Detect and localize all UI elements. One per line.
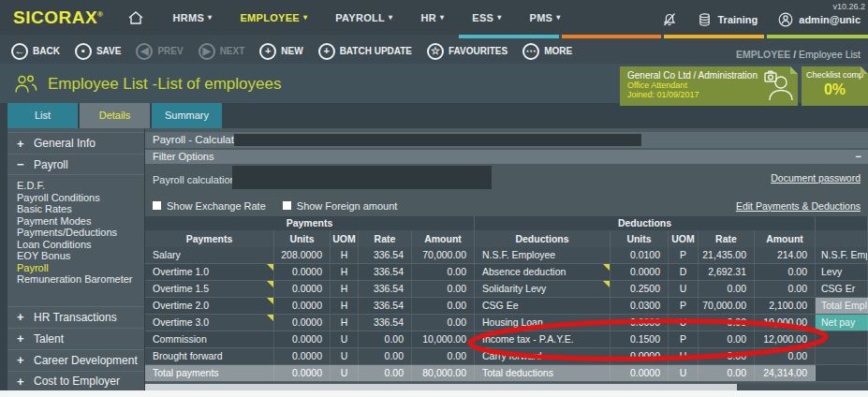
deduction-cell: P xyxy=(669,298,699,314)
sidebar-item-payment-modes[interactable]: Payment Modes xyxy=(17,215,144,228)
batch-update-button[interactable]: +BATCH UPDATE xyxy=(318,43,412,60)
deduction-cell: 0.00 xyxy=(755,348,816,364)
save-icon: ▪ xyxy=(75,43,92,60)
employee-summary-card: General Co Ltd / Administration Office A… xyxy=(620,66,798,106)
sidebar-section-cost-to-employer[interactable]: +Cost to Employer xyxy=(7,371,144,392)
payment-cell: 0.00 xyxy=(412,281,475,297)
sidebar-item-remuneration-barometer[interactable]: Remuneration Barometer xyxy=(17,273,144,286)
chevron-down-icon: ▾ xyxy=(389,13,392,22)
environment-selector[interactable]: Training xyxy=(698,12,758,27)
user-label: admin@unic xyxy=(799,14,861,25)
payment-cell: 0.00 xyxy=(359,365,412,381)
edit-payments-deductions-link[interactable]: Edit Payments & Deductions xyxy=(736,200,861,212)
menu-pms[interactable]: PMS▾ xyxy=(530,12,561,23)
show-exchange-rate-checkbox[interactable] xyxy=(153,201,161,210)
sidebar-section-label: Payroll xyxy=(34,158,68,171)
table-row[interactable]: Overtime 1.50.0000H336.540.00Solidarity … xyxy=(145,281,868,298)
show-foreign-amount-checkbox[interactable] xyxy=(283,201,291,210)
show-foreign-amount-label: Show Foreign amount xyxy=(297,200,398,212)
notifications-muted-icon[interactable] xyxy=(662,12,677,27)
table-group-header: PaymentsDeductions xyxy=(145,216,868,230)
deduction-cell: 24,314.00 xyxy=(755,365,816,381)
new-icon: + xyxy=(259,43,276,60)
deduction-cell: CSG Ee xyxy=(475,298,611,314)
sidebar-section-career-development[interactable]: +Career Development xyxy=(7,349,144,371)
scrollbar-thumb[interactable] xyxy=(145,384,737,390)
deduction-cell: Carry forward xyxy=(475,348,611,364)
table-row[interactable]: Commission0.0000U0.0010,000.00Income tax… xyxy=(145,331,868,348)
redacted-calc-type-dropdown[interactable] xyxy=(232,166,492,189)
payment-cell: 0.00 xyxy=(359,331,412,347)
table-row[interactable]: Overtime 3.00.0000H336.540.00Housing Loa… xyxy=(145,315,868,331)
section-sidebar: +General Info−PayrollE.D.F.Payroll Condi… xyxy=(7,128,145,390)
table-column-header: PaymentsUnitsUOMRateAmountDeductionsUnit… xyxy=(145,230,868,247)
sidebar-section-hr-transactions[interactable]: +HR Transactions xyxy=(7,306,144,328)
database-icon xyxy=(698,12,712,27)
payment-cell: 70,000.00 xyxy=(412,247,475,263)
button-label: FAVOURITES xyxy=(449,46,508,56)
back-button[interactable]: ←BACK xyxy=(11,43,60,60)
collapse-filter-icon[interactable]: − xyxy=(856,150,861,164)
home-icon[interactable] xyxy=(127,10,144,25)
new-button[interactable]: +NEW xyxy=(259,43,302,60)
menu-hrms[interactable]: HRMS▾ xyxy=(172,12,212,23)
app-logo[interactable]: SICORAX® xyxy=(13,7,103,28)
card-fold-corner xyxy=(790,66,798,74)
deduction-cell: U xyxy=(669,281,699,297)
page-bottom-margin xyxy=(0,390,868,397)
chevron-down-icon: ▾ xyxy=(208,13,212,22)
table-row[interactable]: Overtime 2.00.0000H336.540.00CSG Ee0.030… xyxy=(145,298,868,315)
menu-employee[interactable]: EMPLOYEE▾ xyxy=(240,12,307,23)
group-header-extra xyxy=(816,216,868,230)
column-header-extra xyxy=(816,230,868,247)
table-row[interactable]: Salary208.0000H336.5470,000.00N.S.F. Emp… xyxy=(145,247,868,264)
breadcrumb-module[interactable]: EMPLOYEE xyxy=(736,49,790,60)
deduction-cell: U xyxy=(669,315,699,331)
payroll-calculation-table: PaymentsDeductionsPaymentsUnitsUOMRateAm… xyxy=(145,216,868,382)
sidebar-item-e-d-f[interactable]: E.D.F. xyxy=(17,180,144,192)
menu-ess[interactable]: ESS▾ xyxy=(472,12,501,23)
payment-cell: 336.54 xyxy=(359,247,412,263)
table-row[interactable]: Brought forward0.0000U0.000.00Carry forw… xyxy=(145,348,868,365)
view-tabs: ListDetailsSummary xyxy=(0,103,868,128)
table-row[interactable]: Overtime 1.00.0000H336.540.00Absence ded… xyxy=(145,264,868,281)
table-options-row: Show Exchange Rate Show Foreign amount E… xyxy=(145,195,868,216)
save-button[interactable]: ▪SAVE xyxy=(75,43,122,60)
deduction-cell: 70,000.00 xyxy=(699,298,755,314)
next-button[interactable]: ▶NEXT xyxy=(199,43,245,60)
prev-button[interactable]: ◀PREV xyxy=(136,43,183,60)
column-header-rate: Rate xyxy=(359,230,412,247)
sidebar-section-general-info[interactable]: +General Info xyxy=(7,132,144,154)
tab-list[interactable]: List xyxy=(7,103,78,128)
user-menu[interactable]: admin@unic xyxy=(778,12,861,27)
menu-payroll[interactable]: PAYROLL▾ xyxy=(335,12,392,23)
chevron-down-icon: ▾ xyxy=(556,13,560,22)
sidebar-item-loan-conditions[interactable]: Loan Conditions xyxy=(17,239,144,251)
horizontal-scrollbar[interactable] xyxy=(145,384,868,390)
redacted-period-value[interactable] xyxy=(234,134,641,146)
tab-details[interactable]: Details xyxy=(80,103,150,128)
document-password-link[interactable]: Document password xyxy=(771,172,861,184)
sidebar-section-talent[interactable]: +Talent xyxy=(7,328,144,349)
more-button[interactable]: ⋯MORE xyxy=(522,43,572,60)
deduction-cell: 214.00 xyxy=(755,247,816,263)
sidebar-item-payroll[interactable]: Payroll xyxy=(17,262,144,274)
sidebar-item-payments-deductions[interactable]: Payments/Deductions xyxy=(17,227,144,239)
tab-summary[interactable]: Summary xyxy=(152,103,222,128)
sidebar-section-payroll[interactable]: −Payroll xyxy=(7,154,144,175)
sidebar-item-eoy-bonus[interactable]: EOY Bonus xyxy=(17,250,144,262)
sidebar-item-basic-rates[interactable]: Basic Rates xyxy=(17,203,144,215)
deduction-cell: 0.00 xyxy=(755,281,816,297)
menu-label: ESS xyxy=(472,12,493,23)
chevron-down-icon: ▾ xyxy=(497,13,501,22)
favourites-button[interactable]: ☆FAVOURITES xyxy=(427,43,508,60)
button-label: NEXT xyxy=(220,46,245,56)
employees-icon xyxy=(13,74,38,94)
menu-hr[interactable]: HR▾ xyxy=(420,12,444,23)
table-row[interactable]: Total payments0.0000U0.0080,000.00Total … xyxy=(145,365,868,382)
card-fold-corner xyxy=(861,66,868,74)
sidebar-item-payroll-conditions[interactable]: Payroll Conditions xyxy=(17,192,144,204)
payment-cell: 0.0000 xyxy=(274,281,331,297)
payment-cell: Brought forward xyxy=(145,348,274,364)
breadcrumb-page[interactable]: Employee List xyxy=(799,49,861,60)
